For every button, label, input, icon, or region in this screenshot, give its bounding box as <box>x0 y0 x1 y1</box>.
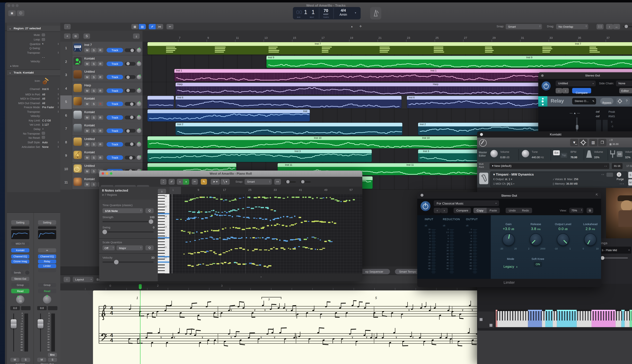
midi-note[interactable] <box>274 238 277 239</box>
volume-slider[interactable] <box>125 48 136 52</box>
output-slot[interactable]: Stereo Out <box>11 277 29 281</box>
midi-note[interactable] <box>270 197 271 198</box>
midi-note[interactable] <box>189 200 192 201</box>
send-knob[interactable] <box>25 270 29 275</box>
editor-dropdown[interactable]: Editor ▴▾ <box>619 88 632 93</box>
reverb-preset-dropdown[interactable]: b - Plate Mid ▾ <box>600 246 631 254</box>
lcd-tempo-mode[interactable]: KEEP <box>319 13 332 15</box>
link-window-icon[interactable]: ⇱ <box>596 194 598 197</box>
midi-note[interactable] <box>241 237 243 238</box>
track-onoff-button[interactable]: Track <box>106 155 123 160</box>
windows-icon[interactable]: ❐ <box>598 139 606 146</box>
midi-note[interactable] <box>194 232 195 234</box>
midi-note[interactable] <box>317 249 318 250</box>
midi-note[interactable] <box>224 262 226 263</box>
param-value[interactable]: 2.9 ms <box>578 227 602 231</box>
lcd-chevron-down-icon[interactable]: ▾ <box>355 11 356 14</box>
sends-label[interactable]: Sends <box>11 270 24 275</box>
loop-icon[interactable]: ⋈ <box>156 24 163 29</box>
midi-note[interactable] <box>270 248 273 249</box>
midi-note[interactable] <box>292 197 294 198</box>
midi-region[interactable]: Inst <box>148 109 310 121</box>
midi-note[interactable] <box>207 197 208 198</box>
midi-note[interactable] <box>256 218 257 219</box>
midi-note[interactable] <box>176 219 178 220</box>
playhead-catch-icon[interactable]: ▴ <box>351 25 352 28</box>
midi-note[interactable] <box>227 238 229 238</box>
pr-local-inspector-icon[interactable]: ⤓ <box>158 189 166 194</box>
track-header[interactable]: ▾Track: Kontakt <box>7 70 60 76</box>
auto-zoom-icon[interactable]: ↦ <box>274 179 281 185</box>
midi-note[interactable] <box>185 201 188 202</box>
midi-note[interactable] <box>191 266 194 267</box>
midi-note[interactable] <box>229 262 231 264</box>
midi-note[interactable] <box>249 228 251 229</box>
midi-note[interactable] <box>228 250 230 251</box>
master-volume-knob[interactable] <box>490 150 498 157</box>
octave-shift-buttons[interactable] <box>478 312 494 328</box>
midi-note[interactable] <box>197 252 200 253</box>
step-sequencer-tab[interactable]: ep Sequencer <box>358 269 390 274</box>
track-param-row[interactable]: Transpose:▴▾ <box>7 110 60 114</box>
solo-button[interactable]: S <box>48 358 57 362</box>
strength-slider[interactable] <box>102 221 154 222</box>
midi-note[interactable] <box>317 221 319 222</box>
midi-note[interactable] <box>204 231 206 232</box>
help-icon[interactable]: ? <box>624 98 630 104</box>
midi-note[interactable] <box>247 250 249 251</box>
midi-note[interactable] <box>260 207 264 208</box>
midi-note[interactable] <box>185 220 186 221</box>
prev-next-instrument[interactable]: ‹ › <box>602 173 604 176</box>
midi-note[interactable] <box>242 208 244 209</box>
pan-knob[interactable] <box>43 295 51 304</box>
brush-tool-icon[interactable]: ✎ <box>201 179 207 185</box>
midi-note[interactable] <box>268 250 270 251</box>
midi-note[interactable] <box>222 263 224 264</box>
param-value[interactable]: +3.0 dB <box>496 227 520 231</box>
pr-ruler[interactable]: 19172533414957 <box>170 187 362 194</box>
midi-note[interactable] <box>243 249 245 250</box>
fader-handle[interactable] <box>38 319 43 328</box>
swing-thumb[interactable] <box>102 230 107 234</box>
pianoroll-titlebar[interactable]: West of Amarillo - Piano Roll <box>99 170 362 177</box>
record-button[interactable]: R <box>98 75 103 79</box>
midi-note[interactable] <box>302 197 304 198</box>
sq-q-button[interactable]: Q <box>145 245 154 250</box>
main-titlebar[interactable]: ▣ ⓘ West of Amarillo - Tracks 00 1 1 BAR… <box>5 2 632 23</box>
swing-slider[interactable] <box>102 231 154 232</box>
pan-knob[interactable] <box>137 61 141 66</box>
bounce-button[interactable]: Bnc <box>48 353 57 357</box>
midi-note[interactable] <box>209 250 212 251</box>
midi-note[interactable] <box>280 248 284 248</box>
pr-snap-dropdown[interactable]: Smart ▴▾ <box>244 179 272 185</box>
strength-thumb[interactable] <box>149 219 153 224</box>
midi-note[interactable] <box>216 230 219 231</box>
midi-note[interactable] <box>235 198 236 200</box>
midi-note[interactable] <box>259 264 261 266</box>
midi-note[interactable] <box>258 206 260 208</box>
fader-handle[interactable] <box>11 319 16 328</box>
midi-note[interactable] <box>280 217 281 218</box>
volume-slider[interactable] <box>125 156 136 160</box>
midi-note[interactable] <box>228 215 231 216</box>
vertical-zoom-icon[interactable]: ↕ <box>606 24 613 29</box>
midi-note[interactable] <box>299 217 301 218</box>
midi-region[interactable]: Inst 6 <box>176 96 402 108</box>
midi-note[interactable] <box>222 215 222 216</box>
record-button[interactable]: R <box>98 155 103 160</box>
hide-editor-button[interactable]: ↑ <box>64 24 71 29</box>
midi-note[interactable] <box>235 227 237 228</box>
midi-note[interactable] <box>291 217 292 218</box>
midi-note[interactable] <box>216 198 218 200</box>
info-icon[interactable]: i <box>617 172 621 177</box>
midi-note[interactable] <box>272 219 275 220</box>
multi-name-dropdown[interactable]: ▾ New (default) ‹ › <box>490 163 609 169</box>
midi-note[interactable] <box>202 197 205 198</box>
midi-note[interactable] <box>238 238 241 239</box>
lcd-tempo[interactable]: 70 <box>319 8 332 13</box>
midi-note[interactable] <box>268 265 272 266</box>
volume-slider[interactable] <box>125 129 136 132</box>
track-zoom-icon[interactable]: ⤓ <box>133 34 140 39</box>
track-header-row[interactable]: 9KontaktMSRTrack <box>60 149 142 163</box>
collapse-icon[interactable]: ⌄⌃ <box>160 179 166 185</box>
